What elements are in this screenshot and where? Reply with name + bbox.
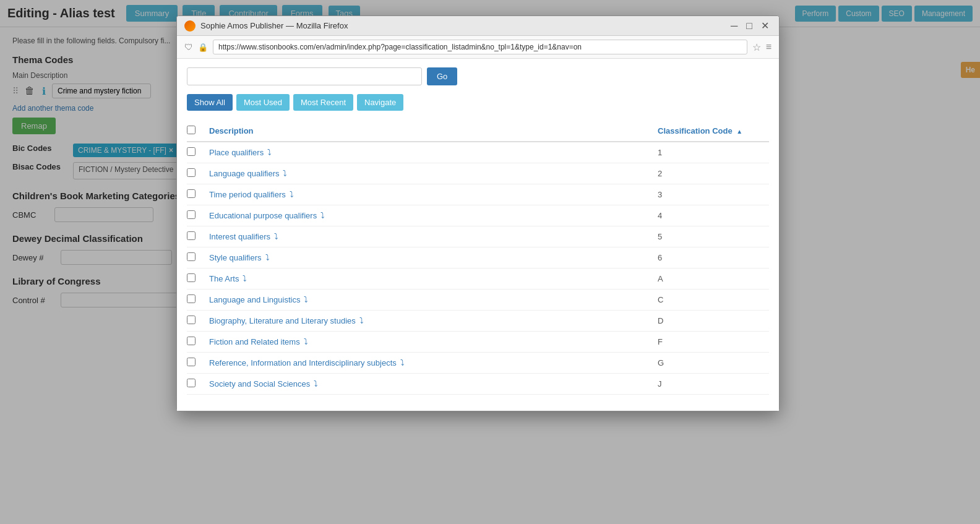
table-row: Fiction and Related items ⤵ F [187, 332, 769, 353]
row-desc-2[interactable]: Time period qualifiers ⤵ [209, 190, 658, 199]
row-code-7: C [658, 295, 769, 304]
col-desc-header[interactable]: Description [209, 126, 658, 135]
expand-icon[interactable]: ⤵ [304, 295, 308, 304]
navigate-filter[interactable]: Navigate [357, 94, 403, 111]
row-desc-7[interactable]: Language and Linguistics ⤵ [209, 295, 658, 304]
classification-modal: Sophie Amos Publisher — Mozilla Firefox … [176, 15, 780, 411]
table-header: Description Classification Code ▲ [187, 121, 769, 142]
row-code-0: 1 [658, 148, 769, 157]
table-row: The Arts ⤵ A [187, 268, 769, 290]
lock-icon: 🔒 [198, 43, 208, 52]
classification-table: Description Classification Code ▲ Place … [187, 121, 769, 395]
table-rows: Place qualifiers ⤵ 1 Language qualifiers… [187, 142, 769, 395]
table-row: Language and Linguistics ⤵ C [187, 290, 769, 311]
star-icon[interactable]: ☆ [752, 41, 761, 53]
menu-icon[interactable]: ≡ [766, 41, 772, 53]
row-code-9: F [658, 337, 769, 346]
search-bar: Go [187, 67, 769, 85]
row-code-5: 6 [658, 253, 769, 262]
row-checkbox-2[interactable] [187, 189, 196, 198]
row-checkbox-7[interactable] [187, 294, 196, 303]
table-row: Society and Social Sciences ⤵ J [187, 374, 769, 395]
row-checkbox-4[interactable] [187, 231, 196, 240]
expand-icon[interactable]: ⤵ [243, 274, 247, 283]
most-recent-filter[interactable]: Most Recent [293, 94, 353, 111]
row-code-6: A [658, 274, 769, 283]
row-desc-1[interactable]: Language qualifiers ⤵ [209, 169, 658, 178]
filter-buttons: Show All Most Used Most Recent Navigate [187, 94, 769, 111]
row-desc-10[interactable]: Reference, Information and Interdiscipli… [209, 358, 658, 367]
row-checkbox-5[interactable] [187, 252, 196, 261]
row-code-4: 5 [658, 232, 769, 241]
shield-icon: 🛡 [184, 42, 193, 52]
modal-title: Sophie Amos Publisher — Mozilla Firefox [200, 21, 723, 30]
modal-content: Go Show All Most Used Most Recent Naviga… [177, 59, 779, 411]
go-button[interactable]: Go [427, 67, 457, 85]
close-button[interactable]: ✕ [759, 20, 772, 32]
show-all-filter[interactable]: Show All [187, 94, 233, 111]
row-checkbox-3[interactable] [187, 210, 196, 219]
row-desc-9[interactable]: Fiction and Related items ⤵ [209, 337, 658, 346]
row-desc-6[interactable]: The Arts ⤵ [209, 274, 658, 283]
row-checkbox-0[interactable] [187, 147, 196, 156]
row-code-3: 4 [658, 211, 769, 220]
expand-icon[interactable]: ⤵ [267, 148, 272, 157]
table-row: Educational purpose qualifiers ⤵ 4 [187, 205, 769, 226]
table-row: Reference, Information and Interdiscipli… [187, 353, 769, 374]
most-used-filter[interactable]: Most Used [236, 94, 290, 111]
row-checkbox-9[interactable] [187, 337, 196, 345]
row-desc-11[interactable]: Society and Social Sciences ⤵ [209, 379, 658, 389]
table-row: Language qualifiers ⤵ 2 [187, 163, 769, 184]
row-desc-3[interactable]: Educational purpose qualifiers ⤵ [209, 211, 658, 220]
expand-icon[interactable]: ⤵ [314, 379, 318, 389]
table-row: Time period qualifiers ⤵ 3 [187, 184, 769, 205]
firefox-icon [184, 20, 196, 32]
expand-icon[interactable]: ⤵ [283, 169, 287, 178]
minimize-button[interactable]: ─ [728, 20, 740, 32]
maximize-button[interactable]: □ [744, 20, 755, 32]
sort-icon: ▲ [736, 128, 742, 135]
row-checkbox-6[interactable] [187, 273, 196, 282]
table-row: Interest qualifiers ⤵ 5 [187, 226, 769, 247]
search-input[interactable] [187, 67, 422, 85]
expand-icon[interactable]: ⤵ [320, 211, 325, 220]
expand-icon[interactable]: ⤵ [400, 358, 405, 367]
expand-icon[interactable]: ⤵ [304, 337, 308, 346]
row-code-2: 3 [658, 190, 769, 199]
modal-titlebar: Sophie Amos Publisher — Mozilla Firefox … [177, 16, 779, 36]
row-desc-0[interactable]: Place qualifiers ⤵ [209, 148, 658, 157]
modal-addressbar: 🛡 🔒 ☆ ≡ [177, 36, 779, 59]
expand-icon[interactable]: ⤵ [359, 316, 364, 325]
header-checkbox[interactable] [187, 126, 196, 134]
row-checkbox-10[interactable] [187, 358, 196, 366]
row-code-1: 2 [658, 169, 769, 178]
col-code-header[interactable]: Classification Code ▲ [658, 126, 769, 135]
row-checkbox-11[interactable] [187, 379, 196, 387]
row-checkbox-8[interactable] [187, 316, 196, 324]
address-input[interactable] [213, 40, 747, 54]
row-code-10: G [658, 358, 769, 367]
expand-icon[interactable]: ⤵ [265, 253, 270, 262]
table-row: Place qualifiers ⤵ 1 [187, 142, 769, 163]
row-code-8: D [658, 316, 769, 325]
row-desc-4[interactable]: Interest qualifiers ⤵ [209, 232, 658, 241]
expand-icon[interactable]: ⤵ [290, 190, 294, 199]
row-checkbox-1[interactable] [187, 168, 196, 177]
table-row: Biography, Literature and Literary studi… [187, 311, 769, 332]
table-row: Style qualifiers ⤵ 6 [187, 247, 769, 268]
expand-icon[interactable]: ⤵ [274, 232, 278, 241]
row-desc-5[interactable]: Style qualifiers ⤵ [209, 253, 658, 262]
row-code-11: J [658, 379, 769, 389]
row-desc-8[interactable]: Biography, Literature and Literary studi… [209, 316, 658, 325]
